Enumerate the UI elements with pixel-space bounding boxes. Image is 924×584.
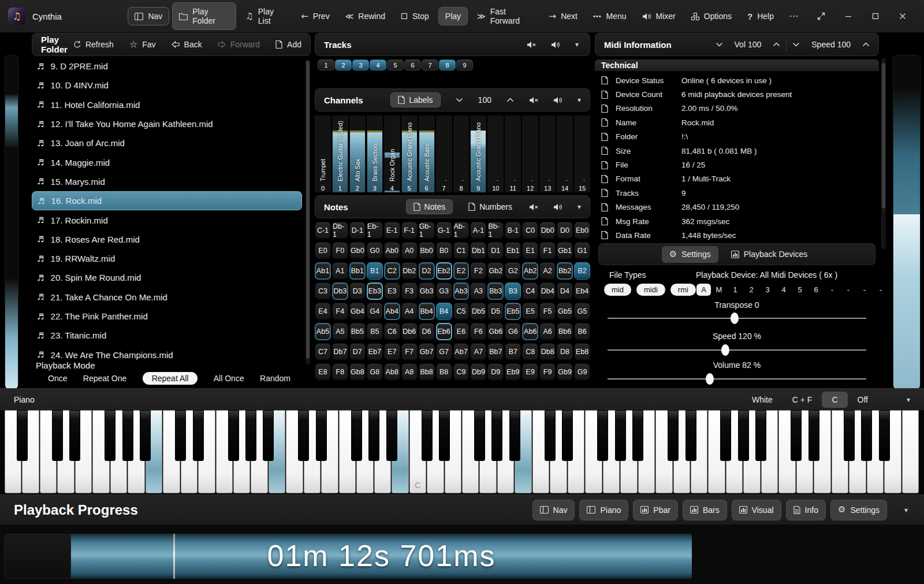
progress-track-empty[interactable]: [4, 534, 71, 579]
piano-mode-c-selected[interactable]: C: [822, 392, 847, 408]
toolbar-menu-button[interactable]: •••Menu: [587, 8, 633, 25]
note-cell-f6[interactable]: F6: [470, 323, 486, 340]
device-slot-m[interactable]: M: [711, 285, 727, 294]
channel-column-7[interactable]: .7: [436, 116, 452, 192]
note-cell-gb8[interactable]: Gb8: [349, 363, 366, 381]
channels-mute-icon[interactable]: [529, 96, 538, 104]
piano-mode-off[interactable]: Off: [848, 392, 878, 408]
numbers-view-button[interactable]: Numbers: [461, 199, 520, 214]
note-cell-gb2[interactable]: Gb2: [487, 262, 504, 280]
note-cell-f2[interactable]: F2: [470, 262, 486, 280]
notes-mute-icon[interactable]: [529, 203, 538, 211]
device-slot-1[interactable]: 1: [727, 285, 743, 294]
note-cell-d0[interactable]: D0: [557, 222, 573, 239]
piano-key-ds2[interactable]: [193, 410, 204, 461]
note-cell-eb4[interactable]: Eb4: [574, 282, 590, 300]
piano-key-as0[interactable]: [17, 410, 28, 461]
note-cell-g0[interactable]: G0: [367, 242, 383, 259]
note-cell-b8[interactable]: B8: [436, 363, 452, 381]
file-item[interactable]: ♬21. Take A Chance On Me.mid: [32, 288, 302, 307]
file-item[interactable]: ♬9. D 2PRE.mid: [32, 57, 302, 76]
note-cell-f-1[interactable]: F-1: [401, 222, 418, 239]
note-cell-g4[interactable]: G4: [367, 303, 383, 320]
note-cell-a6[interactable]: A6: [539, 323, 556, 340]
playfolder-refresh-button[interactable]: Refresh: [73, 40, 114, 49]
note-cell-e2[interactable]: E2: [453, 262, 470, 280]
note-cell-ab2[interactable]: Ab2: [522, 262, 538, 280]
note-cell-e0[interactable]: E0: [315, 242, 331, 259]
track-button-3[interactable]: 3: [352, 59, 369, 70]
note-cell-bb5[interactable]: Bb5: [349, 323, 366, 340]
mode-repeat-one[interactable]: Repeat One: [83, 374, 127, 383]
note-cell-eb-1[interactable]: Eb-1: [367, 222, 383, 239]
channel-column-10[interactable]: .10: [487, 116, 504, 192]
note-cell-b-1[interactable]: B-1: [505, 222, 521, 239]
note-cell-gb5[interactable]: Gb5: [557, 303, 573, 320]
note-cell-gb1[interactable]: Gb1: [557, 242, 573, 259]
note-cell-eb8[interactable]: Eb8: [574, 343, 590, 360]
channel-column-5[interactable]: Acoustic Grand Piano5: [401, 116, 418, 192]
file-item-selected[interactable]: ♬16. Rock.mid: [32, 191, 302, 210]
channels-dropdown-icon[interactable]: ▾: [578, 96, 581, 103]
note-cell-c2[interactable]: C2: [384, 262, 400, 280]
note-cell-a8[interactable]: A8: [401, 363, 418, 381]
view-bars-button[interactable]: Bars: [683, 500, 727, 520]
note-cell-g3[interactable]: G3: [436, 282, 452, 300]
device-slot-5[interactable]: 5: [792, 285, 808, 294]
piano-mode-c-f[interactable]: C + F: [783, 392, 822, 408]
device-slot-2[interactable]: 2: [743, 285, 759, 294]
playfolder-add-button[interactable]: Add: [275, 40, 301, 49]
playfolder-forward-button[interactable]: Forward: [218, 40, 260, 49]
note-cell-db-1[interactable]: Db-1: [332, 222, 348, 239]
device-slot-3[interactable]: 3: [759, 285, 776, 294]
note-cell-a2[interactable]: A2: [539, 262, 556, 280]
piano-key-gs1[interactable]: [122, 410, 133, 461]
note-cell-gb4[interactable]: Gb4: [349, 303, 366, 320]
file-list-scrollbar[interactable]: [305, 59, 310, 364]
note-cell-c6[interactable]: C6: [384, 323, 400, 340]
note-cell-eb5[interactable]: Eb5: [505, 303, 521, 320]
note-cell-db1[interactable]: Db1: [470, 242, 486, 259]
channel-column-6[interactable]: Acoustic Bass6: [419, 116, 435, 192]
note-cell-d8[interactable]: D8: [557, 343, 573, 360]
note-cell-e5[interactable]: E5: [522, 303, 538, 320]
piano-key-as6[interactable]: [755, 410, 766, 461]
note-cell-b0[interactable]: B0: [436, 242, 452, 259]
note-cell-d5[interactable]: D5: [487, 303, 504, 320]
piano-key-gs2[interactable]: [245, 410, 256, 461]
note-cell-ab3[interactable]: Ab3: [453, 282, 470, 300]
track-button-5[interactable]: 5: [387, 59, 404, 70]
note-cell-g2[interactable]: G2: [505, 262, 521, 280]
device-slot-empty-11[interactable]: -: [873, 285, 889, 294]
channel-column-8[interactable]: .8: [453, 116, 470, 192]
note-cell-db5[interactable]: Db5: [470, 303, 486, 320]
toolbar-play-folder-button[interactable]: Play Folder: [172, 2, 236, 30]
piano-key-as5[interactable]: [632, 410, 643, 461]
note-cell-bb2[interactable]: Bb2: [557, 262, 573, 280]
note-cell-ab-1[interactable]: Ab-1: [453, 222, 470, 239]
note-cell-g5[interactable]: G5: [574, 303, 590, 320]
volume-slider-thumb[interactable]: [706, 373, 714, 385]
note-cell-gb3[interactable]: Gb3: [419, 282, 435, 300]
note-cell-f3[interactable]: F3: [401, 282, 418, 300]
note-cell-b7[interactable]: B7: [505, 343, 521, 360]
channel-column-12[interactable]: .12: [522, 116, 538, 192]
piano-key-cs7[interactable]: [791, 410, 802, 461]
note-cell-db2[interactable]: Db2: [401, 262, 418, 280]
piano-key-gs3[interactable]: [368, 410, 379, 461]
device-slot-empty-9[interactable]: -: [840, 285, 856, 294]
note-cell-a7[interactable]: A7: [470, 343, 486, 360]
note-cell-bb-1[interactable]: Bb-1: [487, 222, 504, 239]
note-cell-b3[interactable]: B3: [505, 282, 521, 300]
file-list-scrollbar-thumb[interactable]: [306, 61, 310, 359]
note-cell-ab0[interactable]: Ab0: [384, 242, 400, 259]
piano-key-ds4[interactable]: [439, 410, 450, 461]
channel-volume-down-icon[interactable]: [456, 98, 463, 102]
note-cell-c4[interactable]: C4: [522, 282, 538, 300]
piano-key-ds7[interactable]: [808, 410, 819, 461]
note-cell-ab4[interactable]: Ab4: [384, 303, 400, 320]
note-cell-bb0[interactable]: Bb0: [419, 242, 435, 259]
note-cell-e8[interactable]: E8: [315, 363, 331, 381]
note-cell-ab5[interactable]: Ab5: [315, 323, 331, 340]
piano-key-as1[interactable]: [140, 410, 151, 461]
